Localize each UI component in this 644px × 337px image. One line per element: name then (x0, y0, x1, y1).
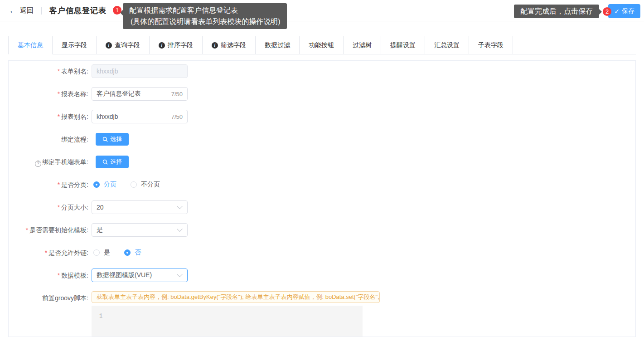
tab-label: 提醒设置 (390, 41, 416, 49)
tab-filter-fields[interactable]: i 筛选字段 (203, 36, 256, 54)
radio-label: 是 (104, 249, 110, 257)
report-name-label: *报表名称: (9, 87, 92, 101)
tab-label: 排序字段 (168, 41, 193, 49)
step-badge-2: 2 (603, 7, 611, 16)
data-template-select[interactable]: 数据视图模版(VUE) (92, 269, 188, 282)
init-template-select[interactable]: 是 (92, 223, 188, 237)
tooltip-line-1: 配置根据需求配置客户信息登记表 (129, 5, 281, 16)
help-icon[interactable]: ? (35, 161, 41, 167)
tab-sort-fields[interactable]: i 排序字段 (150, 36, 203, 54)
search-icon (102, 159, 108, 165)
form-row-page-size: *分页大小: 20 (9, 200, 635, 214)
radio-dot (131, 181, 137, 188)
form-alias-input[interactable]: khxxdjb (92, 64, 188, 78)
bind-mobile-button-label: 选择 (110, 158, 122, 166)
tab-bar: 基本信息 显示字段 i 查询字段 i 排序字段 i 筛选字段 数据过滤 功能按钮… (8, 36, 636, 54)
char-counter: 7/50 (171, 113, 183, 120)
report-name-input[interactable]: 客户信息登记表 7/50 (92, 87, 188, 101)
tab-label: 过滤树 (353, 41, 372, 49)
data-template-value: 数据视图模版(VUE) (97, 271, 152, 279)
tab-reminder-settings[interactable]: 提醒设置 (381, 36, 425, 54)
tab-label: 筛选字段 (221, 41, 246, 49)
tab-data-filter[interactable]: 数据过滤 (256, 36, 300, 54)
editor-line-number: 1 (99, 313, 102, 319)
report-name-value: 客户信息登记表 (97, 90, 141, 98)
page-size-select[interactable]: 20 (92, 200, 188, 214)
tab-display-fields[interactable]: 显示字段 (53, 36, 97, 54)
bind-mobile-select-button[interactable]: 选择 (96, 156, 129, 168)
external-link-label: *是否允许外链: (9, 246, 92, 259)
form-row-init-template: *是否需要初始化模板: 是 (9, 223, 635, 237)
report-alias-input[interactable]: khxxdjb 7/50 (92, 110, 188, 123)
tab-label: 数据过滤 (265, 41, 290, 49)
report-alias-label: *报表别名: (9, 110, 92, 123)
groovy-code-editor[interactable]: 1 (92, 306, 363, 337)
step-badge-1: 1 (113, 6, 121, 15)
tab-label: 基本信息 (18, 41, 43, 49)
form-row-bind-mobile: ?绑定手机端表单: 选择 (9, 155, 635, 169)
radio-external-yes[interactable]: 是 (93, 249, 110, 257)
info-icon: i (106, 42, 112, 49)
radio-dot (93, 249, 100, 256)
tab-label: 查询字段 (115, 41, 140, 49)
form-row-report-name: *报表名称: 客户信息登记表 7/50 (9, 87, 635, 101)
data-template-label: *数据模板: (9, 269, 92, 282)
back-button[interactable]: ← 返回 (9, 6, 34, 15)
groovy-label: 前置groovy脚本: (9, 291, 92, 305)
required-marker: * (58, 113, 60, 120)
required-marker: * (45, 249, 47, 256)
tab-function-buttons[interactable]: 功能按钮 (300, 36, 344, 54)
page-header: ← 返回 客户信息登记表 1 配置根据需求配置客户信息登记表 (具体的配置说明请… (0, 0, 644, 21)
radio-external-no[interactable]: 否 (124, 249, 141, 257)
basic-info-panel: *表单别名: khxxdjb *报表名称: 客户信息登记表 7/50 *报表别名… (8, 60, 636, 337)
form-alias-value: khxxdjb (97, 68, 118, 75)
info-icon: i (212, 42, 218, 49)
config-tooltip: 配置根据需求配置客户信息登记表 (具体的配置说明请看表单列表模块的操作说明) (123, 3, 287, 29)
bind-flow-label: 绑定流程: (9, 132, 92, 146)
radio-paging-no[interactable]: 不分页 (131, 181, 160, 189)
page-title: 客户信息登记表 (49, 5, 107, 16)
radio-dot (93, 181, 100, 188)
radio-paging-yes[interactable]: 分页 (93, 181, 116, 189)
page-size-value: 20 (97, 204, 104, 211)
tab-label: 子表字段 (478, 41, 504, 49)
required-marker: * (58, 204, 60, 211)
tab-filter-tree[interactable]: 过滤树 (344, 36, 381, 54)
required-marker: * (26, 226, 28, 234)
tab-label: 汇总设置 (434, 41, 460, 49)
groovy-hint-text: 获取表单主表子表内容，例: boData.getByKey("字段名"); 给表… (92, 291, 380, 303)
paging-radio-group: 分页 不分页 (92, 181, 174, 189)
search-icon (102, 137, 108, 142)
chevron-down-icon (177, 226, 183, 232)
paging-label: *是否分页: (9, 178, 92, 191)
tab-summary-settings[interactable]: 汇总设置 (425, 36, 469, 54)
radio-label: 否 (135, 249, 141, 257)
required-marker: * (58, 181, 60, 188)
form-row-groovy: 前置groovy脚本: 获取表单主表子表内容，例: boData.getByKe… (9, 291, 635, 337)
chevron-down-icon (177, 203, 183, 209)
tab-label: 显示字段 (62, 41, 87, 49)
char-counter: 7/50 (171, 91, 183, 98)
save-button-label: 保存 (622, 7, 634, 15)
required-marker: * (58, 90, 60, 98)
radio-label: 分页 (104, 181, 116, 189)
tab-query-fields[interactable]: i 查询字段 (97, 36, 150, 54)
tooltip-line-2: (具体的配置说明请看表单列表模块的操作说明) (129, 16, 281, 27)
radio-dot (124, 249, 131, 256)
tab-subtable-fields[interactable]: 子表字段 (469, 36, 513, 54)
save-tooltip: 配置完成后，点击保存 (514, 5, 599, 18)
init-template-value: 是 (97, 226, 103, 234)
tab-basic-info[interactable]: 基本信息 (8, 36, 53, 54)
groovy-column: 获取表单主表子表内容，例: boData.getByKey("字段名"); 给表… (92, 291, 380, 337)
tooltip-right-arrow (599, 9, 602, 15)
save-button[interactable]: ✓ 保存 (608, 4, 640, 18)
form-row-data-template: *数据模板: 数据视图模版(VUE) (9, 269, 635, 282)
tab-label: 功能按钮 (309, 41, 334, 49)
bind-flow-select-button[interactable]: 选择 (96, 133, 129, 146)
header-divider (41, 7, 42, 15)
form-alias-label: *表单别名: (9, 64, 92, 78)
form-row-report-alias: *报表别名: khxxdjb 7/50 (9, 110, 635, 123)
form-row-external-link: *是否允许外链: 是 否 (9, 246, 635, 259)
radio-label: 不分页 (141, 181, 160, 189)
required-marker: * (58, 272, 60, 279)
